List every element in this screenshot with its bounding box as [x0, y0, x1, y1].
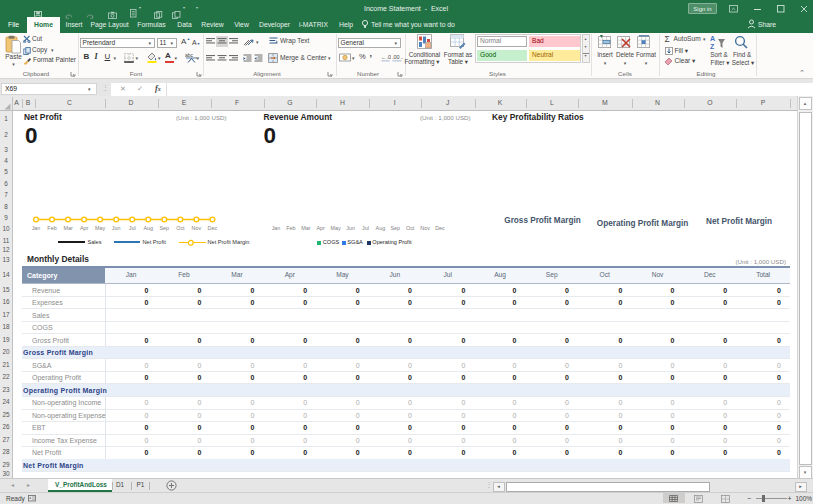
svg-text:A: A: [710, 35, 715, 42]
svg-text:Z: Z: [710, 43, 715, 49]
svg-text:←.0: ←.0: [381, 54, 391, 60]
svg-text:abc: abc: [185, 52, 194, 58]
